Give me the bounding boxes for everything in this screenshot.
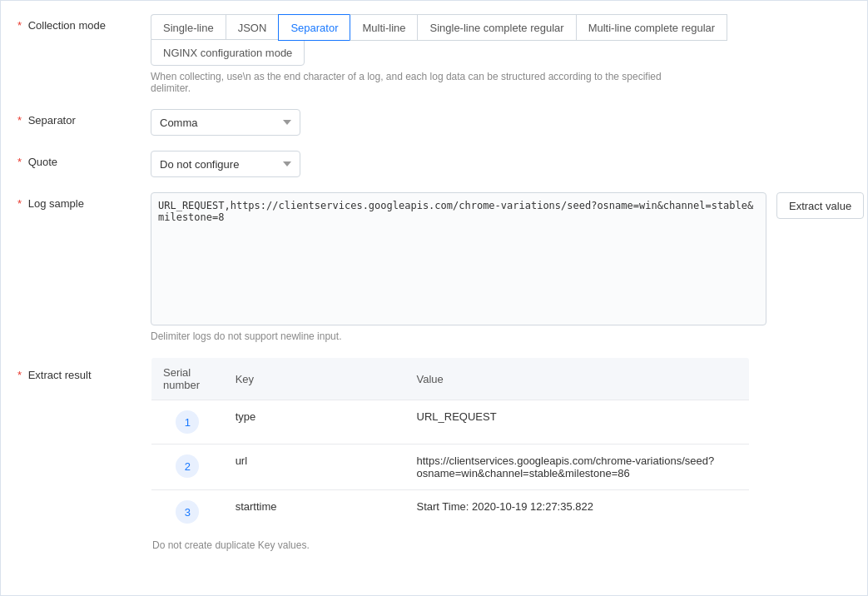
log-sample-row: * Log sample URL_REQUEST,https://clients… bbox=[17, 192, 851, 342]
mode-description: When collecting, use\n as the end charac… bbox=[151, 71, 667, 94]
mode-btn-single-complete[interactable]: Single-line complete regular bbox=[417, 14, 575, 41]
key-cell: type bbox=[224, 400, 405, 445]
table-row: 2 url https://clientservices.googleapis.… bbox=[151, 445, 750, 490]
collection-mode-row: * Collection mode Single-line JSON Separ… bbox=[17, 14, 851, 94]
mode-btn-multi-line[interactable]: Multi-line bbox=[350, 14, 417, 41]
value-cell: Start Time: 2020-10-19 12:27:35.822 bbox=[405, 490, 750, 534]
hint-newline: Delimiter logs do not support newline in… bbox=[151, 330, 341, 342]
required-star: * bbox=[17, 19, 22, 32]
required-star-extract: * bbox=[17, 369, 22, 381]
col-header-serial: Serial number bbox=[151, 358, 224, 400]
required-star-sep: * bbox=[17, 114, 22, 127]
extract-result-label: * Extract result bbox=[17, 357, 151, 381]
extract-result-row: * Extract result Serial number Key Value… bbox=[17, 357, 851, 551]
mode-btn-separator[interactable]: Separator bbox=[278, 14, 350, 41]
table-row: 1 type URL_REQUEST bbox=[151, 400, 750, 445]
table-header-row: Serial number Key Value bbox=[151, 358, 750, 400]
serial-cell: 2 bbox=[151, 445, 224, 490]
value-cell: URL_REQUEST bbox=[405, 400, 750, 445]
table-row: 3 starttime Start Time: 2020-10-19 12:27… bbox=[151, 490, 750, 534]
key-cell: url bbox=[224, 445, 405, 490]
mode-btn-nginx[interactable]: NGINX configuration mode bbox=[151, 39, 305, 66]
quote-label: * Quote bbox=[17, 151, 151, 168]
quote-select[interactable]: Do not configureSingle quoteDouble quote bbox=[151, 151, 300, 177]
hint-newline-wrapper: Delimiter logs do not support newline in… bbox=[151, 325, 341, 342]
mode-buttons-wrap: Single-line JSON Separator Multi-line Si… bbox=[151, 14, 727, 94]
result-table: Serial number Key Value 1 type URL_REQUE… bbox=[151, 357, 750, 534]
separator-row: * Separator CommaSpaceTabPipeCustom bbox=[17, 109, 851, 136]
mode-btn-json[interactable]: JSON bbox=[226, 14, 279, 41]
no-duplicate-hint: Do not create duplicate Key values. bbox=[151, 539, 851, 551]
collection-mode-label: * Collection mode bbox=[17, 14, 151, 32]
result-table-wrap: Serial number Key Value 1 type URL_REQUE… bbox=[151, 357, 851, 551]
serial-badge: 3 bbox=[176, 500, 199, 524]
serial-badge: 1 bbox=[176, 410, 199, 434]
main-container: * Collection mode Single-line JSON Separ… bbox=[0, 0, 868, 596]
serial-cell: 1 bbox=[151, 400, 224, 445]
mode-btn-multi-complete[interactable]: Multi-line complete regular bbox=[576, 14, 727, 41]
separator-select[interactable]: CommaSpaceTabPipeCustom bbox=[151, 109, 300, 136]
quote-row: * Quote Do not configureSingle quoteDoub… bbox=[17, 151, 851, 177]
log-sample-label: * Log sample bbox=[17, 192, 151, 210]
mode-buttons-row2: NGINX configuration mode bbox=[151, 40, 727, 66]
key-cell: starttime bbox=[224, 490, 405, 534]
serial-badge: 2 bbox=[176, 454, 199, 478]
required-star-quote: * bbox=[17, 156, 22, 168]
mode-btn-single-line[interactable]: Single-line bbox=[151, 14, 226, 41]
log-sample-wrapper: URL_REQUEST,https://clientservices.googl… bbox=[151, 192, 864, 325]
value-cell: https://clientservices.googleapis.com/ch… bbox=[405, 445, 750, 490]
col-header-key: Key bbox=[224, 358, 405, 400]
mode-buttons-row1: Single-line JSON Separator Multi-line Si… bbox=[151, 14, 727, 41]
extract-value-button[interactable]: Extract value bbox=[776, 192, 864, 219]
log-sample-textarea[interactable]: URL_REQUEST,https://clientservices.googl… bbox=[151, 192, 766, 325]
required-star-log: * bbox=[17, 197, 22, 210]
separator-label: * Separator bbox=[17, 109, 151, 127]
serial-cell: 3 bbox=[151, 490, 224, 534]
col-header-value: Value bbox=[405, 358, 750, 400]
